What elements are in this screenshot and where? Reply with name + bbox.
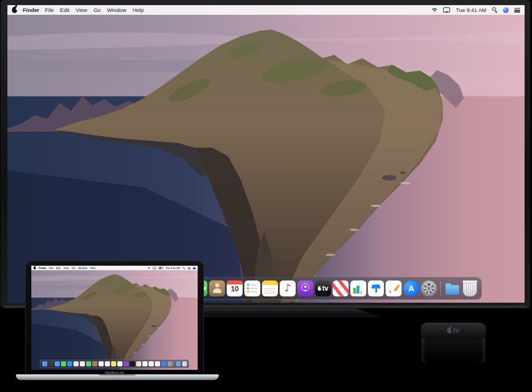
mini-dock-mail-icon[interactable] xyxy=(67,361,72,366)
menu-clock[interactable]: Tue 9:41 AM xyxy=(166,266,180,269)
spotlight-search-icon[interactable] xyxy=(183,267,185,270)
tv-glyph: tv xyxy=(315,280,331,296)
mini-dock-reminders-icon[interactable] xyxy=(105,361,110,366)
menu-items: FileEditViewGoWindowHelp xyxy=(49,266,95,269)
macbook-dock xyxy=(40,360,189,368)
apple-menu-icon[interactable] xyxy=(12,7,17,13)
apple-menu-icon[interactable] xyxy=(34,266,36,269)
menu-item-help[interactable]: Help xyxy=(133,7,144,13)
notification-center-icon[interactable] xyxy=(514,8,520,13)
mini-dock-numbers-icon[interactable] xyxy=(142,361,148,366)
wifi-icon[interactable] xyxy=(148,267,150,269)
menu-item-edit[interactable]: Edit xyxy=(60,7,69,13)
mini-dock-podcasts-icon[interactable] xyxy=(124,361,129,366)
menu-item-go[interactable]: Go xyxy=(93,7,101,13)
menu-item-file[interactable]: File xyxy=(49,266,53,269)
wifi-icon[interactable] xyxy=(431,8,437,13)
macbook-camera xyxy=(114,263,115,264)
menu-item-view[interactable]: View xyxy=(76,7,87,13)
mini-dock-photos-icon[interactable] xyxy=(80,361,85,366)
dock-pages-icon[interactable] xyxy=(386,280,402,296)
display-mirroring-icon[interactable] xyxy=(153,267,157,269)
display-mirroring-icon[interactable] xyxy=(443,7,450,13)
mini-dock-downloads-icon[interactable] xyxy=(176,361,181,366)
menu-item-help[interactable]: Help xyxy=(90,266,95,269)
macbook-air: Finder FileEditViewGoWindowHelp Tue 9:41… xyxy=(16,259,219,381)
mini-dock-facetime-icon[interactable] xyxy=(86,361,91,366)
catalina-wallpaper xyxy=(7,5,525,303)
macbook-base xyxy=(16,374,219,380)
dock-divider xyxy=(440,281,441,296)
macbook-model-label: MacBook Air xyxy=(25,371,204,374)
menu-clock[interactable]: Tue 9:41 AM xyxy=(456,7,486,13)
catalina-wallpaper xyxy=(31,266,198,370)
apple-logo-icon xyxy=(447,328,452,333)
tv-menu-bar: Finder FileEditViewGoWindowHelp Tue 9:41… xyxy=(7,5,525,15)
apple-tv-logo: tv xyxy=(421,326,486,335)
menu-item-window[interactable]: Window xyxy=(107,7,126,13)
mini-dock-calendar-icon[interactable] xyxy=(99,361,104,366)
menu-item-finder[interactable]: Finder xyxy=(39,266,47,269)
mini-dock-messages-icon[interactable] xyxy=(61,361,66,366)
apple-tv-logo-text: tv xyxy=(453,326,460,335)
mini-dock-finder-icon[interactable] xyxy=(42,361,47,366)
menu-item-file[interactable]: File xyxy=(45,7,54,13)
menu-item-edit[interactable]: Edit xyxy=(56,266,60,269)
app-store-glyph: A xyxy=(403,280,419,296)
siri-icon[interactable] xyxy=(503,7,509,13)
tv-dock: 10tvA xyxy=(187,277,482,300)
apple-tv-box: tv xyxy=(421,323,486,364)
mini-dock-system-preferences-icon[interactable] xyxy=(167,361,173,366)
menu-item-view[interactable]: View xyxy=(63,266,69,269)
mini-dock-maps-icon[interactable] xyxy=(73,361,79,366)
menu-item-go[interactable]: Go xyxy=(72,266,75,269)
dock-divider xyxy=(174,361,174,366)
mini-dock-tv-icon[interactable] xyxy=(130,361,135,366)
spotlight-search-icon[interactable] xyxy=(492,7,497,13)
battery-icon[interactable] xyxy=(159,267,163,269)
mini-dock-pages-icon[interactable] xyxy=(155,361,160,366)
macbook-lid: Finder FileEditViewGoWindowHelp Tue 9:41… xyxy=(25,261,204,375)
menu-item-finder[interactable]: Finder xyxy=(23,7,39,13)
dock-keynote-icon[interactable] xyxy=(368,280,384,296)
siri-icon[interactable] xyxy=(187,267,190,270)
dock-trash-icon[interactable] xyxy=(463,280,477,296)
mini-dock-app-store-icon[interactable] xyxy=(161,361,166,366)
dock-downloads-icon[interactable] xyxy=(444,280,460,296)
mini-dock-contacts-icon[interactable] xyxy=(92,361,97,366)
dock-system-preferences-icon[interactable] xyxy=(421,280,437,296)
mini-dock-launchpad-icon[interactable] xyxy=(48,361,54,366)
dock-podcasts-icon[interactable] xyxy=(297,280,313,296)
dock-app-store-icon[interactable]: A xyxy=(403,280,419,296)
mini-dock-music-icon[interactable] xyxy=(117,361,122,366)
dock-notes-icon[interactable] xyxy=(262,280,278,296)
dock-calendar-icon[interactable]: 10 xyxy=(227,280,243,296)
mini-dock-keynote-icon[interactable] xyxy=(149,361,154,366)
dock-music-icon[interactable] xyxy=(280,280,296,296)
tv-screen: Finder FileEditViewGoWindowHelp Tue 9:41… xyxy=(7,5,525,303)
macbook-screen: Finder FileEditViewGoWindowHelp Tue 9:41… xyxy=(31,266,198,370)
notification-center-icon[interactable] xyxy=(193,267,196,269)
dock-numbers-icon[interactable] xyxy=(350,280,366,296)
macbook-menu-bar: Finder FileEditViewGoWindowHelp Tue 9:41… xyxy=(31,266,198,270)
scene: Finder FileEditViewGoWindowHelp Tue 9:41… xyxy=(0,0,532,392)
mini-dock-safari-icon[interactable] xyxy=(55,361,60,366)
calendar-glyph: 10 xyxy=(227,284,243,293)
menu-item-window[interactable]: Window xyxy=(78,266,87,269)
dock-reminders-icon[interactable] xyxy=(244,280,260,296)
mini-dock-trash-icon[interactable] xyxy=(182,361,187,366)
mini-dock-notes-icon[interactable] xyxy=(111,361,116,366)
dock-news-icon[interactable] xyxy=(333,280,349,296)
dock-tv-icon[interactable]: tv xyxy=(315,280,331,296)
menu-items: FileEditViewGoWindowHelp xyxy=(45,7,144,13)
mini-dock-news-icon[interactable] xyxy=(136,361,141,366)
